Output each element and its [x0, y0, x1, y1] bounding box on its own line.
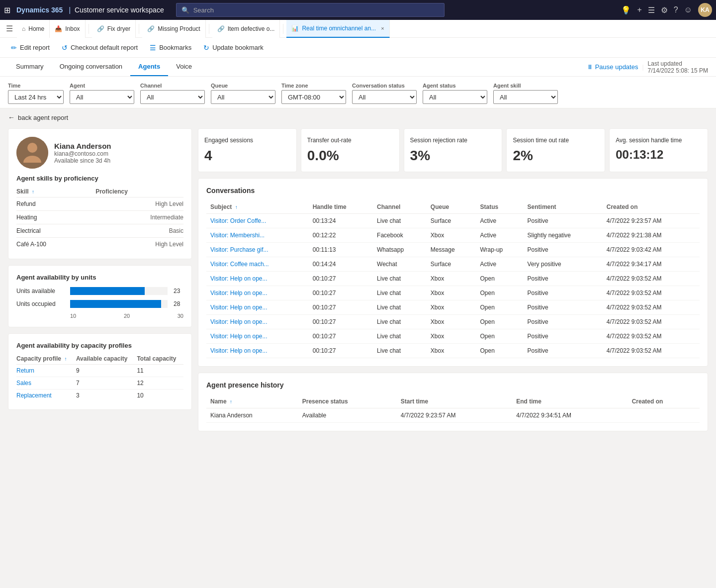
sort-name-icon[interactable]: ↑	[230, 399, 232, 404]
filter-agent-skill-select[interactable]: All	[493, 90, 558, 104]
conversations-title: Conversations	[206, 187, 700, 195]
conv-subject[interactable]: Visitor: Help on ope...	[206, 329, 309, 344]
back-link[interactable]: ← back agent report	[0, 108, 716, 124]
conv-subject[interactable]: Visitor: Coffee mach...	[206, 257, 309, 272]
tab-summary[interactable]: Summary	[8, 58, 52, 76]
presence-history-section: Agent presence history Name ↑ Presence s…	[198, 373, 708, 431]
conv-subject[interactable]: Visitor: Order Coffe...	[206, 214, 309, 228]
presence-col-end: End time	[512, 395, 627, 408]
tab-inbox[interactable]: 📥 Inbox	[50, 20, 85, 38]
filter-agent-status-select[interactable]: All	[423, 90, 487, 104]
bar-value: 23	[174, 288, 183, 294]
filter-agent-select[interactable]: All	[70, 90, 134, 104]
checkout-default-button[interactable]: ↺ Checkout default report	[57, 42, 143, 54]
top-nav-icons: 💡 + ☰ ⚙ ? ☺ KA	[621, 3, 712, 17]
sort-subject-icon[interactable]: ↑	[235, 204, 238, 210]
table-row: Visitor: Help on ope... 00:10:27 Live ch…	[206, 272, 700, 286]
search-bar[interactable]: 🔍	[176, 3, 445, 17]
help-icon[interactable]: ?	[674, 5, 678, 14]
tab-ongoing-conversation[interactable]: Ongoing conversation	[52, 58, 130, 76]
conv-subject[interactable]: Visitor: Membershi...	[206, 228, 309, 243]
filter-icon[interactable]: ☰	[648, 5, 655, 15]
skill-proficiency: Intermediate	[95, 211, 183, 224]
conv-subject[interactable]: Visitor: Help on ope...	[206, 315, 309, 329]
close-tab-icon[interactable]: ×	[381, 25, 384, 31]
kpi-value: 3%	[410, 148, 496, 164]
lightbulb-icon[interactable]: 💡	[621, 5, 631, 15]
edit-report-button[interactable]: ✏ Edit report	[6, 42, 55, 54]
col-queue: Queue	[427, 200, 476, 214]
capacity-profile-name[interactable]: Sales	[16, 377, 76, 390]
search-input[interactable]	[193, 6, 439, 14]
link-icon-2: 🔗	[147, 25, 155, 32]
filter-channel-select[interactable]: All	[140, 90, 205, 104]
conv-subject[interactable]: Visitor: Help on ope...	[206, 300, 309, 315]
conv-channel: Live chat	[373, 214, 427, 228]
tab-home[interactable]: ⌂ Home	[17, 20, 50, 38]
agent-photo	[16, 137, 48, 169]
conv-subject[interactable]: Visitor: Help on ope...	[206, 272, 309, 286]
filter-timezone: Time zone GMT-08:00	[281, 83, 346, 104]
tab-agents[interactable]: Agents	[130, 58, 168, 76]
agent-skills-section: Agent skills by proficiency Skill ↑ Prof…	[16, 175, 183, 251]
kpi-value: 0.0%	[307, 148, 393, 164]
bookmarks-button[interactable]: ☰ Bookmarks	[145, 42, 196, 54]
table-row: Visitor: Help on ope... 00:10:27 Live ch…	[206, 315, 700, 329]
conv-subject[interactable]: Visitor: Help on ope...	[206, 286, 309, 300]
skills-title: Agent skills by proficiency	[16, 175, 183, 182]
agent-header: Kiana Anderson kiana@contoso.com Availab…	[16, 137, 183, 169]
skill-name: Heating	[16, 211, 95, 224]
filter-conv-status-select[interactable]: All	[352, 90, 417, 104]
sort-skill-icon[interactable]: ↑	[32, 189, 34, 195]
link-icon-3: 🔗	[217, 25, 225, 32]
sort-profile-icon[interactable]: ↑	[64, 356, 67, 362]
capacity-available: 3	[76, 390, 137, 402]
tab-item-defective[interactable]: 🔗 Item defective o...	[212, 20, 280, 38]
filter-channel-label: Channel	[140, 83, 205, 89]
avatar[interactable]: KA	[698, 3, 712, 17]
add-icon[interactable]: +	[637, 5, 641, 14]
update-bookmark-button[interactable]: ↻ Update bookmark	[198, 42, 268, 54]
capacity-title: Agent availability by capacity profiles	[16, 342, 183, 349]
col-created-on: Created on	[603, 200, 700, 214]
pause-updates-button[interactable]: ⏸ Pause updates	[587, 63, 638, 71]
skills-col-proficiency: Proficiency	[95, 186, 183, 197]
presence-col-status: Presence status	[298, 395, 397, 408]
tab-fix-dryer[interactable]: 🔗 Fix dryer	[92, 20, 136, 38]
bar-label: Units occupied	[16, 300, 66, 307]
table-row: Café A-100High Level	[16, 238, 183, 251]
svg-rect-3	[23, 163, 41, 169]
conversations-section: Conversations Subject ↑ Handle time Chan…	[198, 178, 708, 367]
tab-voice[interactable]: Voice	[168, 58, 200, 76]
update-icon: ↻	[203, 44, 209, 52]
conv-channel: Live chat	[373, 300, 427, 315]
filter-timezone-select[interactable]: GMT-08:00	[281, 90, 346, 104]
conv-handle-time: 00:12:22	[309, 228, 373, 243]
inbox-icon: 📥	[55, 25, 62, 32]
filter-time-select[interactable]: Last 24 hrs Last 7 days Last 30 days	[8, 90, 64, 104]
kpi-value: 2%	[513, 148, 599, 164]
presence-col-name: Name ↑	[206, 395, 298, 408]
capacity-profile-name[interactable]: Replacement	[16, 390, 76, 402]
app-grid-icon[interactable]: ⊞	[4, 5, 10, 15]
conv-queue: Xbox	[427, 228, 476, 243]
capacity-profile-name[interactable]: Return	[16, 365, 76, 377]
tab-realtime-report[interactable]: 📊 Real time omnichannel an... ×	[286, 20, 389, 38]
emoji-icon[interactable]: ☺	[684, 5, 692, 14]
filter-queue-select[interactable]: All	[211, 90, 275, 104]
tab-missing-product[interactable]: 🔗 Missing Product	[142, 20, 205, 38]
settings-icon[interactable]: ⚙	[661, 5, 668, 15]
conv-created: 4/7/2022 9:03:52 AM	[603, 272, 700, 286]
table-row: RefundHigh Level	[16, 197, 183, 211]
hamburger-icon[interactable]: ☰	[4, 24, 15, 33]
kpi-card-session_timeout_rate: Session time out rate 2%	[506, 128, 605, 172]
conv-subject[interactable]: Visitor: Help on ope...	[206, 344, 309, 358]
skill-name: Electrical	[16, 224, 95, 238]
conv-subject[interactable]: Visitor: Purchase gif...	[206, 243, 309, 257]
kpi-card-transfer_out_rate: Transfer out-rate 0.0%	[301, 128, 400, 172]
kpi-label: Session time out rate	[513, 137, 599, 144]
conv-handle-time: 00:14:24	[309, 257, 373, 272]
conv-created: 4/7/2022 9:03:52 AM	[603, 315, 700, 329]
capacity-available: 7	[76, 377, 137, 390]
conv-handle-time: 00:10:27	[309, 329, 373, 344]
